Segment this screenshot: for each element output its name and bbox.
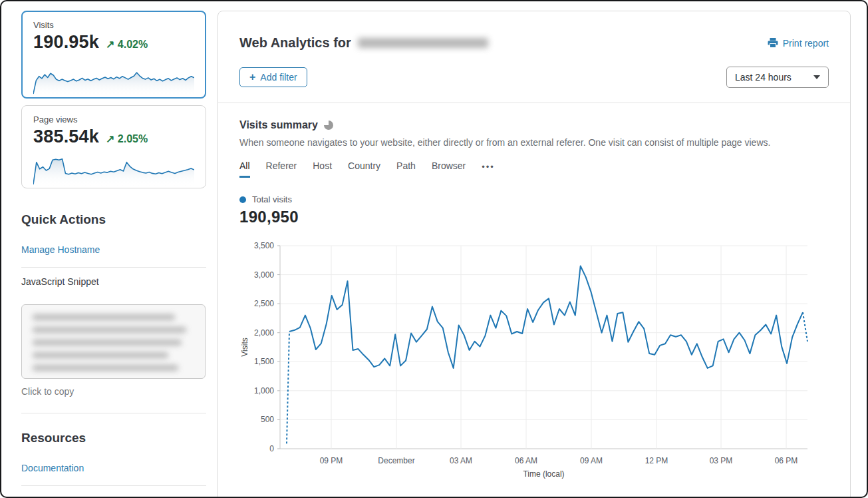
blurred-code-line	[33, 340, 182, 346]
summary-description: When someone navigates to your website, …	[239, 137, 829, 148]
add-filter-button[interactable]: + Add filter	[239, 67, 307, 87]
app-window: Visits 190.95k ↗ 4.02% Page views 385.54…	[0, 0, 868, 498]
plus-icon: +	[249, 72, 255, 83]
page-title: Web Analytics for	[239, 35, 488, 51]
code-snippet-box[interactable]	[21, 304, 206, 379]
y-tick-label: 1,000	[254, 386, 274, 395]
y-axis-label: Visits	[240, 338, 249, 356]
trend-up-icon: ↗	[106, 133, 114, 144]
x-tick-label: 09 AM	[580, 456, 603, 465]
legend-dot-icon	[239, 196, 246, 203]
metric-label: Visits	[33, 20, 194, 30]
total-visits-line	[289, 266, 803, 368]
analytics-panel: Web Analytics for Print report + Add fil…	[217, 11, 851, 498]
blurred-domain	[358, 38, 488, 48]
y-tick-label: 1,500	[254, 357, 274, 366]
divider	[218, 103, 850, 103]
y-tick-label: 2,500	[254, 299, 274, 308]
metric-delta: ↗ 2.05%	[106, 132, 148, 145]
x-tick-label: 12 PM	[645, 456, 668, 465]
chevron-down-icon	[813, 75, 820, 79]
tab-all[interactable]: All	[239, 160, 250, 178]
blurred-code-line	[33, 352, 168, 358]
metric-value: 385.54k	[33, 126, 99, 147]
y-tick-label: 0	[269, 444, 274, 453]
divider	[21, 267, 206, 268]
tab-referer[interactable]: Referer	[266, 160, 297, 178]
summary-tabs: AllRefererHostCountryPathBrowser•••	[239, 160, 829, 178]
dashed-line-start	[287, 332, 289, 443]
resources-title: Resources	[21, 431, 206, 445]
metric-card-page-views[interactable]: Page views 385.54k ↗ 2.05%	[21, 105, 206, 188]
line-chart-svg: 05001,0001,5002,0002,5003,0003,50009 PMD…	[238, 236, 850, 489]
print-report-button[interactable]: Print report	[768, 38, 829, 49]
sidebar: Visits 190.95k ↗ 4.02% Page views 385.54…	[21, 11, 206, 486]
tab-host[interactable]: Host	[313, 160, 332, 178]
manage-hostname-link[interactable]: Manage Hostname	[21, 244, 100, 255]
blurred-code-line	[33, 327, 186, 333]
printer-icon	[768, 38, 778, 48]
chart-legend: Total visits	[239, 194, 829, 204]
metric-card-visits[interactable]: Visits 190.95k ↗ 4.02%	[21, 11, 206, 99]
summary-title: Visits summary	[239, 119, 318, 131]
x-tick-label: 09 PM	[320, 456, 343, 465]
y-tick-label: 2,000	[254, 328, 274, 338]
tab-browser[interactable]: Browser	[432, 160, 466, 178]
documentation-link[interactable]: Documentation	[21, 463, 84, 473]
click-to-copy-label: Click to copy	[21, 386, 206, 397]
blurred-code-line	[33, 365, 178, 371]
help-icon[interactable]	[324, 121, 333, 130]
metric-label: Page views	[33, 115, 194, 124]
metric-delta: ↗ 4.02%	[106, 38, 148, 51]
trend-up-icon: ↗	[106, 39, 114, 50]
divider	[21, 485, 206, 486]
time-range-select[interactable]: Last 24 hours	[726, 67, 829, 88]
x-tick-label: 06 AM	[515, 456, 537, 465]
x-axis-label: Time (local)	[523, 469, 564, 479]
sparkline-chart	[33, 61, 194, 97]
y-tick-label: 3,000	[254, 270, 274, 280]
total-visits-value: 190,950	[239, 208, 829, 226]
quick-actions-title: Quick Actions	[21, 212, 206, 227]
metric-value: 190.95k	[33, 32, 99, 53]
x-tick-label: 03 AM	[450, 456, 472, 465]
x-tick-label: 06 PM	[775, 456, 798, 465]
dashed-line-end	[803, 312, 807, 342]
divider	[21, 413, 206, 413]
y-tick-label: 3,500	[254, 241, 274, 250]
x-tick-label: 03 PM	[710, 456, 733, 465]
blurred-code-line	[33, 314, 175, 320]
javascript-snippet-label: JavaScript Snippet	[21, 276, 206, 287]
tabs-more-button[interactable]: •••	[482, 162, 495, 176]
visits-chart: 05001,0001,5002,0002,5003,0003,50009 PMD…	[238, 236, 850, 489]
legend-label: Total visits	[252, 194, 292, 204]
tab-country[interactable]: Country	[348, 160, 380, 178]
sparkline-chart	[33, 152, 194, 188]
x-tick-label: December	[378, 456, 414, 465]
y-tick-label: 500	[261, 415, 274, 424]
tab-path[interactable]: Path	[396, 160, 416, 178]
